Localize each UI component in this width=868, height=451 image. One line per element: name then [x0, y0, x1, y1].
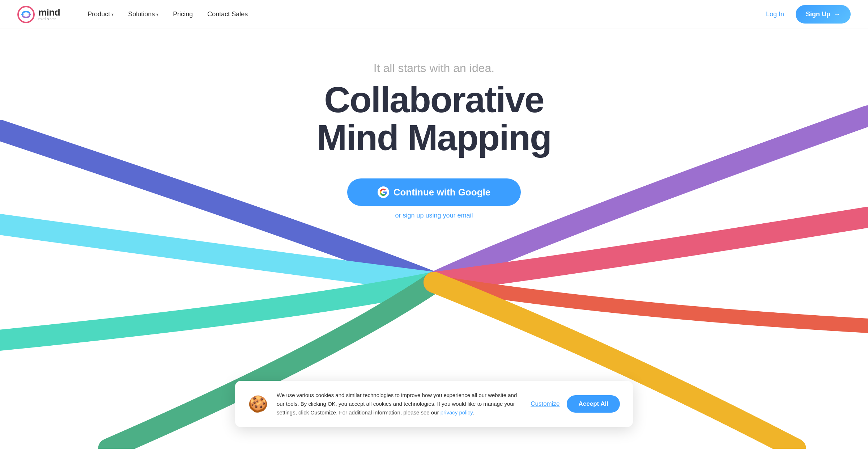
- signup-button[interactable]: Sign Up →: [796, 5, 851, 24]
- logo-sub: meister: [38, 17, 60, 21]
- svg-point-1: [19, 7, 33, 22]
- navbar: mind meister Product ▾ Solutions ▾ Prici…: [0, 0, 868, 29]
- nav-pricing[interactable]: Pricing: [167, 8, 199, 21]
- nav-solutions[interactable]: Solutions ▾: [122, 8, 164, 21]
- nav-product[interactable]: Product ▾: [82, 8, 119, 21]
- hero-subtitle: It all starts with an idea.: [317, 62, 551, 75]
- logo-link[interactable]: mind meister: [17, 6, 60, 23]
- cookie-banner: 🍪 We use various cookies and similar tec…: [235, 381, 633, 427]
- cta-area: Continue with Google or sign up using yo…: [347, 178, 521, 219]
- hero-title: Collaborative Mind Mapping: [317, 81, 551, 157]
- google-signup-button[interactable]: Continue with Google: [347, 178, 521, 206]
- login-button[interactable]: Log In: [760, 8, 790, 21]
- logo-icon: [17, 6, 35, 23]
- hero-section: It all starts with an idea. Collaborativ…: [0, 29, 868, 449]
- chevron-down-icon: ▾: [111, 12, 114, 17]
- nav-contact[interactable]: Contact Sales: [201, 8, 254, 21]
- logo-brand: mind: [38, 8, 60, 17]
- cookie-actions: Customize Accept All: [531, 395, 620, 413]
- svg-point-2: [21, 13, 24, 16]
- accept-all-button[interactable]: Accept All: [567, 395, 620, 413]
- customize-button[interactable]: Customize: [531, 400, 559, 408]
- cookie-icon: 🍪: [248, 395, 268, 413]
- arrow-right-icon: →: [833, 10, 841, 18]
- chevron-down-icon: ▾: [156, 12, 158, 17]
- nav-right: Log In Sign Up →: [760, 5, 851, 24]
- email-signup-link[interactable]: or sign up using your email: [395, 212, 473, 219]
- svg-point-3: [29, 13, 31, 16]
- cookie-text: We use various cookies and similar techn…: [277, 391, 522, 417]
- privacy-policy-link[interactable]: privacy policy: [441, 409, 473, 416]
- logo-text: mind meister: [38, 8, 60, 21]
- google-icon: [378, 186, 389, 198]
- hero-text: It all starts with an idea. Collaborativ…: [317, 62, 551, 157]
- nav-links: Product ▾ Solutions ▾ Pricing Contact Sa…: [82, 8, 760, 21]
